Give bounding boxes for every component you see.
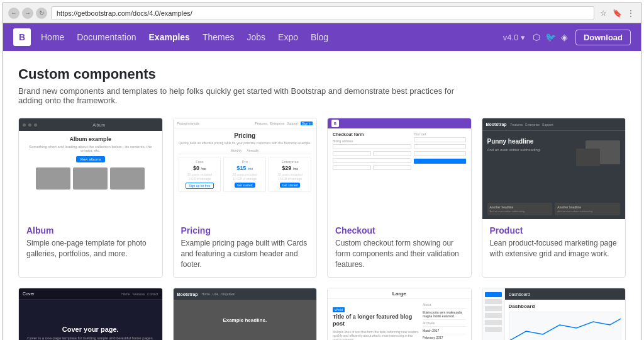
nav-expo[interactable]: Expo [278,32,298,42]
thumb-2 [73,167,108,190]
forward-button[interactable]: → [22,8,33,19]
checkout-order: Your cart [414,132,466,136]
checkout-field-row-2 [333,165,411,170]
col-free-f1: 10 users included [182,173,218,176]
carousel-nav-3: Dropdown [221,292,235,296]
social-icons: ⬡ 🐦 ◈ [533,32,568,42]
checkout-cart-4 [414,159,466,164]
brand-logo[interactable]: B [13,28,31,46]
card-dashboard[interactable]: Dashboard Dashboard Section title [482,288,626,340]
col-pro-btn[interactable]: Get started [235,183,255,188]
product-hero-sub: And an even wittier subheading. [487,148,570,152]
card-cover-preview: Cover Home Features Contact Cover your p… [19,288,162,340]
nav-documentation[interactable]: Documentation [77,32,136,42]
sidebar-item-1 [485,292,502,297]
blog-main-text: Multiple lines of text that form the led… [333,330,419,340]
card-cover[interactable]: Cover Home Features Contact Cover your p… [18,288,163,340]
card-checkout-body: Checkout Custom checkout form showing ou… [328,219,471,277]
blog-archive-2: February 2017 [423,336,466,340]
product-bottom-card-2: Another headline And an even wittier sub… [555,203,620,215]
col-ent-price: $29 /mo [272,165,308,171]
blog-main-heading: Title of a longer featured blog post [333,314,419,328]
album-prev-nav: Album [19,118,162,131]
card-album-preview: Album Album example Something short and … [19,118,162,219]
carousel-prev-nav: Bootstrap Home Link Dropdown [174,288,317,300]
checkout-field-row-1 [333,151,411,156]
menu-icon[interactable]: ⋮ [626,8,636,18]
product-hero: Punny headline And an even wittier subhe… [482,131,626,203]
card-checkout[interactable]: B Checkout form Billing address [327,118,472,278]
dashboard-sidebar [482,288,505,340]
cover-hero-title: Cover your page. [62,326,119,333]
github-icon[interactable]: ⬡ [533,32,540,42]
url-bar[interactable]: https://getbootstrap.com/docs/4.0/exampl… [51,6,594,20]
checkout-field-4 [333,158,411,163]
col-free-btn[interactable]: Sign up for free [186,183,213,189]
carousel-nav-brand: Bootstrap [177,292,198,297]
cover-nav-links: Home Features Contact [121,292,158,296]
checkout-prev-content: Checkout form Billing address [328,128,471,219]
pricing-col-pro: Pro $15 /mo 20 users included 10 GB of s… [223,157,266,192]
product-nav-2: Enterprise [525,123,540,127]
card-album[interactable]: Album Album example Something short and … [18,118,163,278]
pricing-col-enterprise: Enterprise $29 /mo 30 users included 15 … [269,157,311,192]
nav-jobs[interactable]: Jobs [247,32,265,42]
navbar-nav: Home Documentation Examples Themes Jobs … [41,32,503,42]
card-carousel[interactable]: Bootstrap Home Link Dropdown Example hea… [173,288,318,340]
album-text: Something short and leading about the co… [24,145,157,152]
nav-blog[interactable]: Blog [311,32,328,42]
nav-link-2: Enterprise [270,122,284,125]
nav-link-home: Pricing example [177,122,200,125]
sidebar-item-2 [485,299,502,304]
card-blog[interactable]: Large World Title of a longer featured b… [327,288,472,340]
bottom-card-2-text: And an even wittier subheading. [557,210,618,213]
card-album-title: Album [26,225,155,235]
card-product[interactable]: Bootstrap Features Enterprise Support Pu… [482,118,626,278]
card-checkout-preview: B Checkout form Billing address [328,118,471,219]
bookmark-icon[interactable]: 🔖 [612,8,622,18]
product-nav-3: Support [542,123,553,127]
nav-themes[interactable]: Themes [203,32,235,42]
checkout-field-5 [333,165,371,170]
nav-dot [34,123,37,127]
thumb-3 [110,167,145,190]
nav-link-1: Features [255,122,268,125]
star-icon[interactable]: ☆ [598,8,608,18]
nav-dot [23,123,26,127]
back-button[interactable]: ← [8,8,19,19]
refresh-button[interactable]: ↻ [36,8,47,19]
checkout-nav-brand: B [331,120,339,127]
tab-monthly: Monthly [231,149,242,152]
product-nav-brand: Bootstrap [486,122,507,127]
blog-badge: World [333,307,345,312]
checkout-field-6 [373,165,411,170]
blog-left: World Title of a longer featured blog po… [333,303,419,340]
card-pricing[interactable]: Pricing example Features Enterprise Supp… [173,118,318,278]
pricing-col-free: Free $0 /mo 10 users included 2 GB of st… [179,157,221,192]
blog-about-text: Etiam porta sem malesuada magna mollis e… [423,310,466,320]
twitter-icon[interactable]: 🐦 [545,32,556,42]
carousel-nav-1: Home [202,292,210,296]
card-carousel-preview: Bootstrap Home Link Dropdown Example hea… [174,288,317,340]
nav-dot [28,123,31,127]
download-button[interactable]: Download [575,30,631,45]
col-ent-btn[interactable]: Get started [280,183,301,188]
bottom-card-1-title: Another headline [490,205,550,209]
carousel-nav-2: Link [213,292,218,296]
cover-preview-content: Cover Home Features Contact Cover your p… [19,288,162,340]
nav-home[interactable]: Home [41,32,64,42]
version-badge[interactable]: v4.0 ▾ [503,33,525,42]
col-free-f2: 2 GB of storage [182,177,218,181]
col-ent-f1: 30 users included [272,173,308,176]
dashboard-content: Dashboard Section title # [505,300,626,340]
blog-preview-content: Large World Title of a longer featured b… [328,288,471,340]
checkout-cart-2 [414,144,466,149]
blog-archive-1: March 2017 [423,329,466,334]
checkout-cart-3 [414,151,466,156]
slack-icon[interactable]: ◈ [561,32,568,42]
dashboard-main: Dashboard Dashboard Section title [505,288,626,340]
nav-examples[interactable]: Examples [149,32,190,42]
album-button[interactable]: View albums [76,156,105,162]
cover-nav-link-2: Features [133,292,145,296]
col-pro-title: Pro [226,160,263,164]
